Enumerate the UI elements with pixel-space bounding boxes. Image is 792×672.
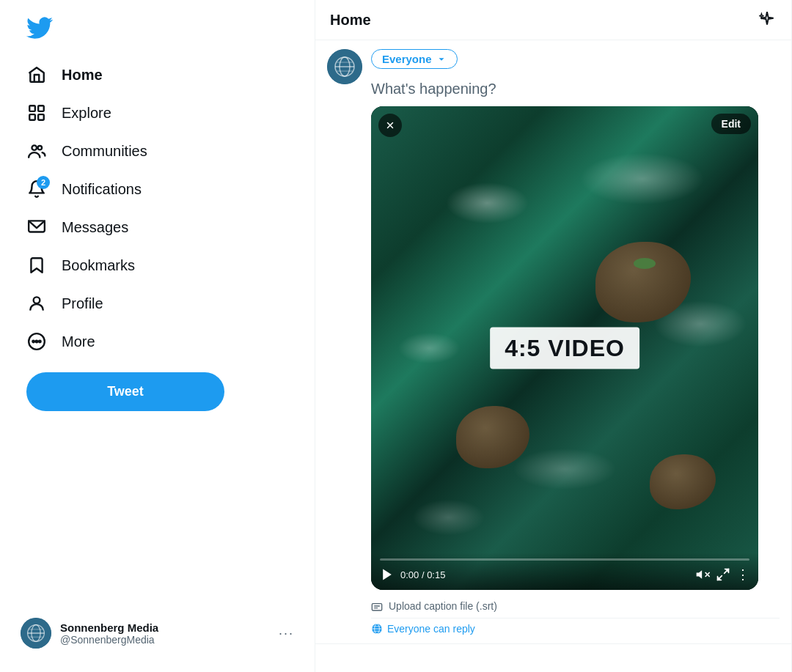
profile-icon — [26, 293, 47, 314]
compose-avatar — [327, 49, 362, 84]
svg-rect-1 — [38, 106, 44, 111]
main-content: Home — [315, 0, 792, 672]
sidebar-item-label-notifications: Notifications — [62, 181, 142, 198]
sidebar-item-home[interactable]: Home — [15, 56, 300, 94]
video-close-button[interactable] — [378, 114, 402, 137]
video-label-overlay: 4:5 VIDEO — [490, 328, 639, 369]
svg-point-5 — [38, 146, 42, 149]
sidebar-item-bookmarks[interactable]: Bookmarks — [15, 246, 300, 284]
user-handle: @SonnenbergMedia — [60, 634, 270, 646]
video-controls: 0:00 / 0:15 — [371, 553, 758, 590]
everyone-reply-label[interactable]: Everyone can reply — [387, 623, 475, 635]
bookmarks-icon — [26, 255, 47, 276]
sidebar-item-messages[interactable]: Messages — [15, 208, 300, 246]
sidebar-item-label-explore: Explore — [62, 105, 111, 122]
video-more-button[interactable]: ⋮ — [736, 566, 749, 583]
user-profile[interactable]: Sonnenberg Media @SonnenbergMedia ··· — [12, 609, 303, 657]
communities-icon — [26, 141, 47, 161]
audience-label: Everyone — [382, 53, 432, 65]
home-icon — [26, 64, 47, 85]
video-edit-button[interactable]: Edit — [711, 114, 751, 134]
messages-icon — [26, 217, 47, 237]
mute-button[interactable] — [695, 567, 710, 582]
user-info: Sonnenberg Media @SonnenbergMedia — [60, 621, 270, 646]
sidebar-item-notifications[interactable]: 2 Notifications — [15, 170, 300, 208]
tweet-button[interactable]: Tweet — [26, 372, 224, 411]
svg-point-11 — [39, 341, 41, 343]
user-more-button[interactable]: ··· — [279, 626, 294, 641]
twitter-logo[interactable] — [15, 6, 300, 53]
controls-row: 0:00 / 0:15 — [380, 566, 749, 583]
fullscreen-button[interactable] — [716, 567, 730, 582]
notifications-icon: 2 — [26, 179, 47, 199]
more-icon — [26, 331, 47, 352]
caption-row[interactable]: Upload caption file (.srt) — [371, 596, 780, 615]
caption-label: Upload caption file (.srt) — [389, 600, 497, 612]
progress-bar[interactable] — [380, 558, 749, 561]
page-title: Home — [330, 12, 371, 29]
avatar — [21, 618, 51, 649]
controls-right: ⋮ — [695, 566, 749, 583]
sidebar-item-more[interactable]: More — [15, 322, 300, 361]
svg-point-9 — [32, 341, 34, 343]
audience-button[interactable]: Everyone — [371, 49, 458, 69]
user-name: Sonnenberg Media — [60, 621, 270, 634]
sidebar-item-label-home: Home — [62, 67, 103, 84]
svg-rect-3 — [29, 114, 35, 120]
compose-placeholder[interactable]: What's happening? — [371, 75, 780, 106]
explore-icon — [26, 103, 47, 123]
svg-rect-2 — [38, 114, 44, 120]
sidebar: Home Explore — [0, 0, 315, 672]
compose-top: Everyone What's happening? — [327, 49, 780, 643]
everyone-reply-row: Everyone can reply — [371, 618, 780, 643]
svg-marker-26 — [383, 569, 392, 580]
play-button[interactable] — [380, 567, 395, 582]
compose-right: Everyone What's happening? — [371, 49, 780, 643]
sidebar-item-label-bookmarks: Bookmarks — [62, 257, 135, 274]
notification-badge: 2 — [37, 176, 50, 189]
sidebar-item-label-messages: Messages — [62, 219, 128, 236]
sidebar-item-explore[interactable]: Explore — [15, 94, 300, 132]
svg-point-4 — [32, 145, 37, 150]
svg-point-10 — [36, 341, 38, 343]
video-container: 4:5 VIDEO Edit — [371, 106, 758, 590]
sidebar-nav: Home Explore — [15, 56, 300, 361]
main-header: Home — [315, 0, 791, 40]
time-display: 0:00 / 0:15 — [400, 569, 689, 580]
svg-marker-27 — [697, 570, 703, 579]
sidebar-item-label-more: More — [62, 333, 95, 350]
rock-moss — [634, 258, 656, 269]
sidebar-item-label-communities: Communities — [62, 143, 147, 160]
video-label-text: 4:5 VIDEO — [505, 335, 625, 361]
compose-area: Everyone What's happening? — [315, 40, 791, 644]
svg-rect-0 — [29, 106, 35, 111]
sidebar-item-communities[interactable]: Communities — [15, 132, 300, 170]
sidebar-item-profile[interactable]: Profile — [15, 284, 300, 322]
svg-rect-32 — [372, 604, 381, 610]
sparkle-icon[interactable] — [758, 10, 777, 29]
sidebar-item-label-profile: Profile — [62, 295, 103, 312]
svg-point-7 — [34, 297, 40, 303]
